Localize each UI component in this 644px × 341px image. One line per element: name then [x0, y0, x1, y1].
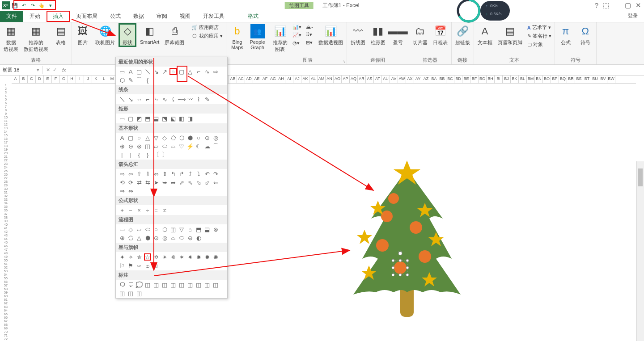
- signature-button[interactable]: ✎签名行▾: [526, 32, 553, 40]
- qat-dropdown-icon[interactable]: ▾: [47, 1, 55, 9]
- my-apps-button[interactable]: ⬡我的应用▾: [190, 32, 224, 40]
- tab-view[interactable]: 视图: [174, 11, 197, 22]
- tab-home[interactable]: 开始: [23, 11, 47, 22]
- cancel-formula-icon[interactable]: ✕: [46, 67, 50, 73]
- sparkline-winloss-button[interactable]: ▬▬盈亏: [389, 23, 407, 47]
- ribbon-tabs: 文件 开始 插入 页面布局 公式 数据 审阅 视图 开发工具 格式 登录: [0, 11, 644, 22]
- screenshot-button[interactable]: ⎙屏幕截图: [163, 23, 186, 47]
- chart-line-icon[interactable]: 📈▾: [291, 31, 303, 39]
- smartart-button[interactable]: ◧SmartArt: [138, 23, 161, 46]
- textbox-button[interactable]: A文本框: [476, 23, 494, 47]
- shapes-button[interactable]: ◇形状: [119, 23, 136, 47]
- pivot-chart-button[interactable]: 📊数据透视图: [317, 23, 345, 47]
- shape-arc[interactable]: ⌒: [136, 76, 143, 84]
- shape-hexagon[interactable]: ⬡: [119, 76, 126, 84]
- shape-arrow[interactable]: ↘: [153, 68, 160, 75]
- svg-point-2: [392, 259, 394, 262]
- tab-developer[interactable]: 开发工具: [197, 11, 231, 22]
- group-links: 🔗超链接 链接: [452, 22, 474, 64]
- table-button[interactable]: ▤表格: [52, 23, 70, 47]
- shape-freeform[interactable]: ✎: [127, 76, 134, 84]
- column-headers[interactable]: ABCDEFGHIJKLMNOPQRSTUVWXYZAAABACADAEAFAG…: [12, 76, 636, 84]
- object-button[interactable]: ▢对象: [526, 40, 553, 49]
- rec-charts-button[interactable]: 📊推荐的 图表: [271, 23, 289, 54]
- minimize-icon[interactable]: —: [614, 1, 620, 9]
- tab-layout[interactable]: 页面布局: [70, 11, 104, 22]
- tree-ornament[interactable]: [376, 239, 389, 252]
- group-filters: 🗂切片器 📅日程表 筛选器: [409, 22, 452, 64]
- shape-connector[interactable]: ⌐: [195, 68, 202, 75]
- svg-point-10: [398, 252, 402, 255]
- charts-dialog-launcher[interactable]: ↘: [343, 59, 346, 63]
- shape-roundrect[interactable]: ▢: [136, 68, 143, 75]
- tab-format[interactable]: 格式: [242, 11, 265, 22]
- shape-line2[interactable]: ↗: [161, 68, 168, 75]
- sparkline-line-button[interactable]: 〰折线图: [349, 23, 367, 47]
- contextual-tab-header: 绘图工具: [285, 2, 314, 9]
- vertical-scrollbar[interactable]: [636, 161, 644, 341]
- rec-pivot-button[interactable]: ▦推荐的 数据透视表: [22, 23, 50, 54]
- online-picture-button[interactable]: 🌐联机图片: [93, 23, 117, 47]
- shape-rect[interactable]: ▭: [119, 68, 126, 75]
- shape-line[interactable]: ＼: [144, 68, 151, 75]
- shape-star5[interactable]: ☆: [144, 253, 151, 261]
- accept-formula-icon[interactable]: ✓: [53, 67, 57, 73]
- shape-triangle[interactable]: △: [186, 68, 194, 75]
- slicer-button[interactable]: 🗂切片器: [411, 23, 429, 47]
- chart-bar-icon[interactable]: 📊▾: [291, 23, 303, 31]
- help-icon[interactable]: ?: [595, 1, 598, 9]
- shape-textbox[interactable]: A: [127, 68, 134, 75]
- tree-ornament[interactable]: [419, 250, 431, 263]
- touch-mode-icon[interactable]: 👆: [38, 1, 46, 9]
- bing-maps-button[interactable]: bBing Maps: [228, 23, 246, 51]
- wordart-button[interactable]: A艺术字▾: [526, 23, 553, 32]
- name-box[interactable]: 椭圆 18▾: [0, 66, 42, 74]
- undo-icon[interactable]: ↶: [20, 1, 28, 9]
- picture-button[interactable]: 🖼图片: [74, 23, 92, 47]
- network-speed-widget: 91 % ↑0K/s ↓0.6K/s: [456, 0, 510, 23]
- svg-point-8: [392, 266, 394, 269]
- tab-insert[interactable]: 插入: [47, 11, 70, 22]
- maximize-icon[interactable]: ▢: [625, 1, 631, 9]
- tab-data[interactable]: 数据: [127, 11, 150, 22]
- shape-bracket[interactable]: {: [144, 76, 151, 84]
- app-store-button[interactable]: 🛒应用商店: [190, 23, 224, 32]
- worksheet-area[interactable]: ABCDEFGHIJKLMNOPQRSTUVWXYZAAABACADAEAFAG…: [0, 76, 644, 341]
- ribbon-collapse-icon[interactable]: ⬚: [603, 1, 609, 9]
- svg-point-5: [406, 274, 409, 276]
- shape-oval[interactable]: ○: [169, 68, 177, 75]
- chart-area-icon[interactable]: ⛰▾: [305, 23, 315, 30]
- group-symbols: π公式 Ω符号 符号: [555, 22, 597, 64]
- shape-roundrect2[interactable]: ▢: [178, 68, 185, 75]
- login-link[interactable]: 登录: [626, 11, 640, 21]
- shape-curve[interactable]: ∿: [203, 68, 211, 75]
- tree-ornament[interactable]: [381, 210, 393, 222]
- group-text: A文本框 ▤页眉和页脚 A艺术字▾ ✎签名行▾ ▢对象 文本: [474, 22, 555, 64]
- pivottable-button[interactable]: ▦数据 透视表: [2, 23, 20, 54]
- sparkline-column-button[interactable]: ▮▮柱形图: [369, 23, 387, 47]
- svg-point-6: [399, 259, 402, 262]
- equation-button[interactable]: π公式: [557, 23, 575, 47]
- group-sparklines: 〰折线图 ▮▮柱形图 ▬▬盈亏 迷你图: [347, 22, 409, 64]
- row-headers[interactable]: 1234567891011121314151617181920212223242…: [0, 84, 12, 341]
- timeline-button[interactable]: 📅日程表: [431, 23, 449, 47]
- hyperlink-button[interactable]: 🔗超链接: [453, 23, 472, 47]
- close-icon[interactable]: ✕: [636, 1, 641, 9]
- shape-rightarrow[interactable]: ⇨: [212, 68, 219, 75]
- chart-combo-icon[interactable]: ⊞▾: [305, 39, 315, 46]
- people-graph-button[interactable]: 👥People Graph: [248, 23, 267, 51]
- header-footer-button[interactable]: ▤页眉和页脚: [496, 23, 524, 47]
- chart-pie-icon[interactable]: ◔▾: [291, 39, 303, 47]
- redo-icon[interactable]: ↷: [29, 1, 37, 9]
- tab-formulas[interactable]: 公式: [104, 11, 127, 22]
- chart-scatter-icon[interactable]: ⠿▾: [305, 31, 315, 38]
- tree-ornament[interactable]: [388, 193, 399, 204]
- tab-file[interactable]: 文件: [0, 11, 23, 22]
- christmas-tree-drawing[interactable]: [344, 160, 470, 321]
- tab-review[interactable]: 审阅: [150, 11, 174, 22]
- symbol-button[interactable]: Ω符号: [576, 23, 594, 47]
- svg-point-4: [392, 274, 394, 276]
- fx-icon[interactable]: fx: [60, 67, 68, 73]
- save-icon[interactable]: 💾: [11, 1, 19, 9]
- tree-ornament[interactable]: [410, 221, 422, 234]
